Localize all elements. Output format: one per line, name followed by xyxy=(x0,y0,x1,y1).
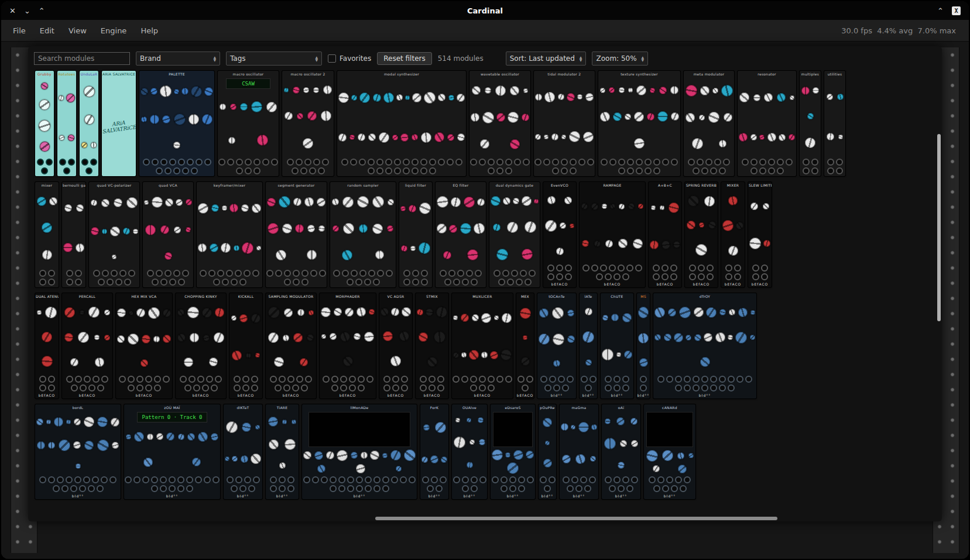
window-maximize-icon[interactable]: ⌃ xyxy=(39,7,45,15)
module-card[interactable]: EvenVCObEfACO xyxy=(543,182,576,287)
module-card[interactable]: OUAIvebId°° xyxy=(452,404,487,499)
menu-help[interactable]: Help xyxy=(133,23,165,39)
reset-filters-button[interactable]: Reset filters xyxy=(377,52,432,65)
knob xyxy=(694,334,701,341)
module-card[interactable]: SAMPLING MODULATORbEfACO xyxy=(266,293,316,398)
module-card[interactable]: quad VCA xyxy=(143,182,193,287)
module-card[interactable]: MSbId°° xyxy=(637,293,650,398)
jack xyxy=(154,376,161,383)
module-card[interactable]: DUAL ATENUVERTERbEfACO xyxy=(35,293,59,398)
module-card[interactable]: MIXERbEfACO xyxy=(721,182,745,287)
window-close-icon[interactable]: ✕ xyxy=(9,7,16,15)
favorites-toggle[interactable]: Favorites xyxy=(328,54,371,63)
module-card[interactable]: UnduLaR xyxy=(80,71,98,176)
module-card[interactable]: quad VC-polarizer xyxy=(89,182,139,287)
sort-select[interactable]: Sort: Last updated ▲▼ xyxy=(506,51,587,66)
module-card[interactable]: oAïbId°° xyxy=(602,404,640,499)
jack xyxy=(253,159,261,166)
module-card[interactable]: tidal modulator 2 xyxy=(534,71,595,176)
jack xyxy=(373,485,381,492)
module-card[interactable]: RAMPAGEbEfACO xyxy=(580,182,645,287)
module-card[interactable]: macro oscillatorCSAW xyxy=(218,71,279,176)
horizontal-scrollbar-thumb[interactable] xyxy=(375,517,777,520)
jack xyxy=(742,159,749,166)
module-card[interactable]: meta modulator xyxy=(684,71,734,176)
vertical-scrollbar[interactable] xyxy=(936,46,942,521)
module-card[interactable]: tOCAnTebId°° xyxy=(537,293,576,398)
module-card[interactable]: random sampler xyxy=(330,182,396,287)
module-card[interactable]: multiples xyxy=(800,71,821,176)
module-card[interactable]: A+B+CbEfACO xyxy=(649,182,681,287)
module-card[interactable]: SLEW LIMITERbEfACO xyxy=(748,182,772,287)
knob xyxy=(625,114,631,120)
module-card[interactable]: liquid filter xyxy=(399,182,432,287)
brand-logo: bId°° xyxy=(580,393,597,398)
knob xyxy=(88,307,100,318)
module-card[interactable]: wavetable oscillator xyxy=(469,71,530,176)
module-card[interactable]: segment generator xyxy=(266,182,327,287)
module-card[interactable]: texture synthesizer xyxy=(598,71,680,176)
horizontal-scrollbar[interactable] xyxy=(28,516,942,521)
module-card[interactable]: dTrOYbId°° xyxy=(653,293,756,398)
module-card[interactable]: SPRING REVERBbEfACO xyxy=(685,182,718,287)
module-card[interactable]: pOuPRebId°° xyxy=(539,404,556,499)
jack xyxy=(461,376,468,383)
jack-area xyxy=(489,269,540,287)
module-card[interactable]: MORPHADERbEfACO xyxy=(320,293,376,398)
module-card[interactable]: Rotatoes xyxy=(57,71,76,176)
menu-view[interactable]: View xyxy=(61,23,94,39)
module-card[interactable]: KICKALLbEfACO xyxy=(229,293,262,398)
menu-edit[interactable]: Edit xyxy=(33,23,61,39)
module-card[interactable]: VC ADSRbEfACO xyxy=(379,293,412,398)
module-card[interactable]: PALETTE xyxy=(139,71,214,176)
module-card[interactable]: ForKbId°° xyxy=(420,404,448,499)
brand-select[interactable]: Brand ▲▼ xyxy=(136,51,220,66)
favorites-checkbox[interactable] xyxy=(328,54,336,63)
module-card[interactable]: utilities xyxy=(824,71,845,176)
jack xyxy=(145,376,152,383)
module-card[interactable]: MEXbEfACO xyxy=(516,293,534,398)
knob xyxy=(426,308,433,316)
module-card[interactable]: bordLbId°° xyxy=(35,404,121,499)
jack xyxy=(401,384,408,391)
module-card[interactable]: lIMonADebId°° xyxy=(302,404,417,499)
window-minimize-icon[interactable]: ⌄ xyxy=(24,7,30,15)
module-card[interactable]: bernoulli gate xyxy=(62,182,85,287)
module-title: quad VC-polarizer xyxy=(89,182,139,188)
jack xyxy=(321,476,328,483)
module-card[interactable]: EQ filter xyxy=(436,182,486,287)
module-card[interactable]: maGmabId°° xyxy=(560,404,598,499)
knob xyxy=(211,433,218,441)
module-card[interactable]: STMIXbEfACO xyxy=(416,293,448,398)
jack xyxy=(234,376,241,383)
module-card[interactable]: macro oscillator 2 xyxy=(282,71,334,176)
module-card[interactable]: cANARdbId°° xyxy=(644,404,695,499)
module-card[interactable]: PERCALLbEfACO xyxy=(62,293,112,398)
module-card[interactable]: dual dynamics gate xyxy=(489,182,540,287)
zoom-select[interactable]: Zoom: 50% ▲▼ xyxy=(592,51,648,66)
module-card[interactable]: zOÙ MAÏPattern 0 · Track 0bId°° xyxy=(124,404,220,499)
knob xyxy=(330,333,337,340)
module-card[interactable]: HEX MIX VCAbEfACO xyxy=(116,293,172,398)
module-card[interactable]: MUXLICERbEfACO xyxy=(452,293,513,398)
knob xyxy=(721,85,733,97)
module-card[interactable]: TiAREbId°° xyxy=(266,404,299,499)
search-input[interactable] xyxy=(34,52,130,65)
module-card[interactable]: keyframer/mixer xyxy=(197,182,262,287)
window-shade-icon[interactable]: ⌃ xyxy=(937,7,944,15)
module-card[interactable]: eDsaroSbId°° xyxy=(491,404,535,499)
jack-area xyxy=(229,375,262,393)
module-card[interactable]: ARiA SALVATRiCEARiA SALVATRiCE xyxy=(102,71,136,176)
module-card[interactable]: ChUTEbId°° xyxy=(601,293,633,398)
module-card[interactable]: modal synthesizer xyxy=(337,71,466,176)
module-card[interactable]: dIKTaTbId°° xyxy=(224,404,262,499)
menu-file[interactable]: File xyxy=(6,23,33,39)
module-card[interactable]: CHOPPING KINKYbEfACO xyxy=(176,293,226,398)
module-card[interactable]: lATebId°° xyxy=(580,293,597,398)
module-card[interactable]: resonator xyxy=(738,71,796,176)
tags-select[interactable]: Tags ▲▼ xyxy=(226,51,322,66)
vertical-scrollbar-thumb[interactable] xyxy=(937,134,941,321)
module-card[interactable]: mixer xyxy=(35,182,59,287)
module-card[interactable]: Grubby xyxy=(35,71,54,176)
menu-engine[interactable]: Engine xyxy=(94,23,134,39)
